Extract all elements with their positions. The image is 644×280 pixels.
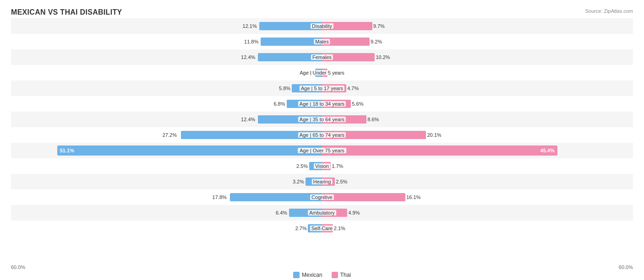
val-right: 2.1% xyxy=(334,226,345,231)
chart-row: 12.4% Age | 35 to 64 years 8.6% xyxy=(11,112,633,127)
val-right: 10.2% xyxy=(376,54,390,60)
legend-thai: Thai xyxy=(332,272,351,278)
bar-right-val: 45.4% xyxy=(540,148,555,153)
val-right: 20.1% xyxy=(427,132,441,138)
val-left: 2.5% xyxy=(296,163,308,169)
legend-mexican: Mexican xyxy=(293,272,322,278)
bar-left-val: 51.1% xyxy=(60,148,74,153)
val-right: 4.7% xyxy=(347,86,359,91)
chart-row: 12.1% Disability 9.7% xyxy=(11,18,633,34)
legend-thai-box xyxy=(332,272,338,278)
bar-center-label: Age | Over 75 years xyxy=(298,148,346,153)
bar-center-label: Vision xyxy=(314,163,330,169)
chart-row: 17.8% Cognitive 16.1% xyxy=(11,189,633,205)
legend-mexican-box xyxy=(293,272,300,278)
chart-row: 3.2% Hearing 2.5% xyxy=(11,174,633,189)
chart-row: 51.1% Age | Over 75 years 45.4% xyxy=(11,143,633,158)
val-left: 17.8% xyxy=(213,194,227,200)
chart-row: 2.5% Vision 1.7% xyxy=(11,158,633,174)
val-left: 27.2% xyxy=(163,132,177,138)
bar-center-label: Cognitive xyxy=(310,194,334,200)
val-right: 5.6% xyxy=(352,101,363,107)
val-right: 1.7% xyxy=(332,163,343,169)
bar-center-label: Age | 5 to 17 years xyxy=(300,86,344,91)
chart-row: 2.7% Self-Care 2.1% xyxy=(11,221,633,236)
val-left: 12.4% xyxy=(241,54,255,60)
val-left: 6.8% xyxy=(273,101,285,107)
axis-left: 60.0% xyxy=(11,264,25,270)
val-left: 6.4% xyxy=(276,210,287,215)
val-left: 3.2% xyxy=(293,179,304,184)
val-right: 2.5% xyxy=(336,179,347,184)
chart-row: 1.3% Age | Under 5 years 1.1% xyxy=(11,65,633,81)
bar-center-label: Disability xyxy=(311,23,333,29)
val-right: 9.7% xyxy=(373,23,385,29)
bar-center-label: Age | 65 to 74 years xyxy=(298,132,346,138)
axis-right: 60.0% xyxy=(619,264,633,270)
axis-labels: 60.0% 60.0% xyxy=(11,264,633,270)
chart-row: 6.8% Age | 18 to 34 years 5.6% xyxy=(11,96,633,112)
val-left: 12.4% xyxy=(241,117,255,122)
val-left: 12.1% xyxy=(243,23,257,29)
bottom-section: 60.0% 60.0% Mexican Thai xyxy=(0,264,644,278)
val-left: 11.8% xyxy=(244,39,258,44)
chart-row: 12.4% Females 10.2% xyxy=(11,49,633,65)
chart-row: 5.8% Age | 5 to 17 years 4.7% xyxy=(11,81,633,96)
chart-title: MEXICAN VS THAI DISABILITY xyxy=(11,8,633,16)
bar-center-label: Self-Care xyxy=(310,226,334,231)
bar-center-label: Age | 18 to 34 years xyxy=(298,101,346,107)
chart-row: 27.2% Age | 65 to 74 years 20.1% xyxy=(11,127,633,143)
bar-center-label: Females xyxy=(311,54,333,60)
chart-row: 6.4% Ambulatory 4.9% xyxy=(11,205,633,221)
chart-container: MEXICAN VS THAI DISABILITY Source: ZipAt… xyxy=(0,0,644,280)
bar-center-label: Age | 35 to 64 years xyxy=(298,117,346,122)
bar-center-label: Ambulatory xyxy=(308,210,336,215)
val-right: 8.6% xyxy=(367,117,379,122)
val-left: 2.7% xyxy=(295,226,307,231)
val-right: 16.1% xyxy=(406,194,420,200)
legend-thai-label: Thai xyxy=(340,272,351,278)
source-label: Source: ZipAtlas.com xyxy=(585,8,633,14)
val-right: 4.9% xyxy=(348,210,360,215)
bar-center-label: Hearing xyxy=(312,179,333,184)
val-left: 5.8% xyxy=(279,86,290,91)
val-right: 9.2% xyxy=(371,39,382,44)
bar-center-label: Age | Under 5 years xyxy=(298,70,346,75)
bar-center-label: Males xyxy=(314,39,330,44)
chart-row: 11.8% Males 9.2% xyxy=(11,34,633,49)
legend: Mexican Thai xyxy=(11,272,633,278)
legend-mexican-label: Mexican xyxy=(302,272,322,278)
chart-area: 12.1% Disability 9.7% 11.8% Males 9.2% 1… xyxy=(11,18,633,244)
